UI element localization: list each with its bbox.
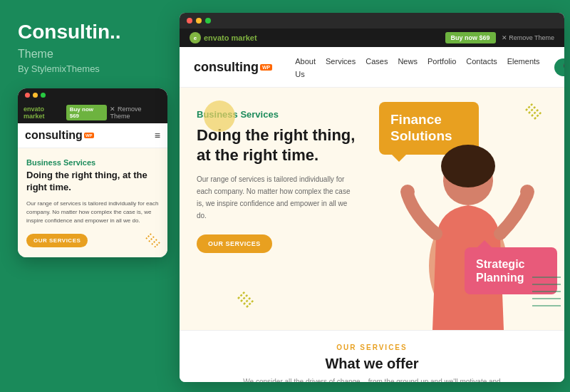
svg-line-0	[146, 233, 152, 239]
theme-subtitle: Theme	[18, 48, 162, 61]
main-browser: e envato market Buy now $69 ✕ Remove The…	[180, 13, 564, 382]
bottom-services-label: OUR SERVICES	[197, 344, 547, 351]
site-logo: consultingWP	[194, 60, 272, 75]
mobile-deco-stripes	[145, 232, 160, 250]
envato-buy-button[interactable]: Buy now $69	[445, 32, 496, 43]
mobile-envato-logo: envato market	[24, 105, 66, 120]
envato-right: Buy now $69 ✕ Remove Theme	[445, 32, 554, 43]
envato-logo: e envato market	[190, 32, 257, 43]
bottom-title: What we offer	[197, 356, 547, 372]
hero-section: Business Services Doing the right thing,…	[180, 88, 564, 330]
mobile-logo-wp: WP	[84, 133, 94, 138]
mobile-nav: consultingWP ≡	[18, 123, 167, 148]
person-image	[400, 123, 536, 330]
envato-logo-icon: e	[190, 32, 201, 43]
mobile-buy-button[interactable]: Buy now $69	[66, 105, 108, 120]
svg-line-3	[155, 242, 160, 247]
nav-cases[interactable]: Cases	[366, 54, 388, 80]
bottom-section: OUR SERVICES What we offer We consider a…	[180, 330, 564, 382]
nav-portfolio[interactable]: Portfolio	[428, 54, 456, 80]
svg-point-14	[441, 145, 495, 187]
deco-circle-yellow	[204, 100, 235, 132]
mobile-services-button[interactable]: OUR SERVICES	[26, 234, 88, 247]
nav-news[interactable]: News	[398, 54, 418, 80]
mobile-dot-green	[41, 93, 46, 98]
left-panel: Consultin.. Theme By StylemixThemes enva…	[0, 0, 177, 392]
mobile-dot-red	[25, 93, 30, 98]
bottom-body: We consider all the drivers of change – …	[237, 376, 507, 382]
theme-author: By StylemixThemes	[18, 63, 162, 74]
mobile-envato-bar: envato market Buy now $69 ✕ Remove Theme	[18, 102, 167, 123]
nav-services[interactable]: Services	[326, 54, 356, 80]
site-navbar: consultingWP About Us Services Cases New…	[180, 47, 564, 88]
hero-right: Finance Solutions	[372, 88, 564, 330]
hero-body: Our range of services is tailored indivi…	[197, 173, 358, 222]
nav-contacts[interactable]: Contacts	[466, 54, 497, 80]
envato-remove-button[interactable]: ✕ Remove Theme	[502, 34, 554, 41]
mobile-topbar	[18, 88, 167, 102]
nav-links: About Us Services Cases News Portfolio C…	[295, 54, 539, 80]
svg-point-15	[400, 185, 415, 199]
browser-dot-yellow	[196, 18, 202, 24]
mobile-services-label: Business Services	[26, 158, 159, 167]
mobile-logo: consultingWP	[25, 129, 94, 142]
svg-line-1	[149, 236, 155, 242]
mobile-dot-yellow	[33, 93, 38, 98]
envato-bar: e envato market Buy now $69 ✕ Remove The…	[180, 29, 564, 47]
browser-topbar	[180, 13, 564, 29]
theme-title: Consultin..	[18, 21, 162, 43]
mobile-hero-title: Doing the right thing, at the right time…	[26, 170, 159, 194]
deco-stripes-bottom	[237, 290, 256, 313]
browser-dot-green	[205, 18, 211, 24]
nav-elements[interactable]: Elements	[507, 54, 540, 80]
svg-line-2	[152, 239, 157, 244]
nav-about[interactable]: About Us	[295, 54, 316, 80]
mobile-hero-text: Our range of services is tailored indivi…	[26, 200, 159, 225]
hero-services-button[interactable]: OUR SERVICES	[197, 234, 272, 253]
mobile-hero: Business Services Doing the right thing,…	[18, 148, 167, 257]
mobile-hamburger-icon[interactable]: ≡	[155, 130, 160, 141]
site-logo-wp: WP	[260, 64, 272, 71]
deco-green-lines	[532, 270, 561, 316]
mobile-mockup: envato market Buy now $69 ✕ Remove Theme…	[18, 88, 167, 257]
browser-dot-red	[187, 18, 192, 24]
svg-point-16	[520, 185, 534, 199]
mobile-close-icon[interactable]: ✕ Remove Theme	[110, 105, 162, 120]
book-call-button[interactable]: 📞 BOOK A CALL	[554, 58, 564, 76]
